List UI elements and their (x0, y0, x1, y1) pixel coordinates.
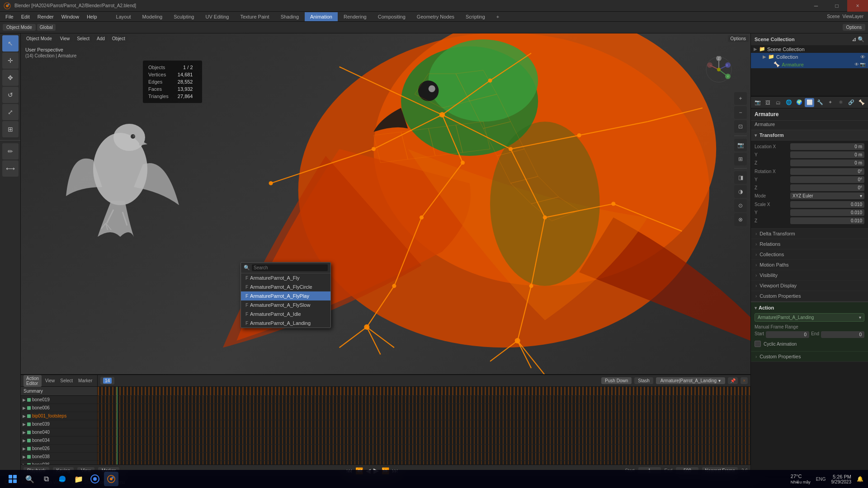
object-data-props-btn[interactable]: 🦴 (857, 98, 866, 107)
viewport-3d[interactable]: Object Mode View Select Add Object Optio… (21, 33, 750, 374)
action-start-frame[interactable]: 0 (766, 331, 809, 338)
relations-section[interactable]: › Relations (751, 239, 868, 249)
action-name-selector[interactable]: Armature|Parrot_A_Landing ▾ (656, 377, 725, 384)
tab-add[interactable]: + (491, 12, 505, 21)
tab-modeling[interactable]: Modeling (137, 12, 168, 21)
editor-type-btn[interactable]: Action Editor (24, 375, 42, 387)
mode-selector[interactable]: Object Mode (3, 24, 36, 31)
transform-tool[interactable]: ⊞ (2, 121, 19, 137)
outliner-filter-btn[interactable]: ⊿ (852, 36, 856, 42)
world-props-btn[interactable]: 🌍 (794, 98, 804, 107)
track-expand[interactable]: ▶ (23, 438, 26, 443)
taskbar-edge[interactable] (55, 472, 70, 486)
viewport-mode-selector[interactable]: Object Mode (23, 35, 56, 42)
options-button[interactable]: Options (843, 24, 865, 31)
quad-view-btn[interactable]: ⊞ (734, 153, 747, 165)
track-expand[interactable]: ▶ (23, 455, 26, 459)
select-menu-btn[interactable]: Select (58, 377, 75, 384)
zoom-out-btn[interactable]: − (734, 106, 747, 119)
transform-section-header[interactable]: ▾ Transform (751, 130, 868, 141)
track-expand[interactable]: ▶ (23, 398, 26, 402)
action-end-frame[interactable]: 0 (821, 331, 864, 338)
delta-transform-section[interactable]: › Delta Transform (751, 229, 868, 239)
menu-window[interactable]: Window (58, 13, 83, 21)
action-close-btn[interactable]: × (741, 377, 748, 384)
marker-menu-btn[interactable]: Marker (76, 377, 94, 384)
location-x[interactable]: 0 m (790, 143, 864, 150)
taskbar-chrome[interactable] (88, 472, 102, 486)
transform-space[interactable]: Global (37, 24, 56, 31)
scene-props-btn[interactable]: 🌐 (784, 98, 793, 107)
outliner-armature[interactable]: 🦴 Armature 👁 📷 (751, 61, 868, 68)
rotation-mode-selector[interactable]: XYZ Euler ▾ (790, 192, 864, 199)
location-y[interactable]: 0 m (790, 151, 864, 158)
track-expand[interactable]: ▶ (23, 430, 26, 435)
modifier-props-btn[interactable]: 🔧 (815, 98, 825, 107)
tab-geometry-nodes[interactable]: Geometry Nodes (411, 12, 460, 21)
viewport-options-btn[interactable]: Options (728, 35, 749, 42)
view-menu-btn[interactable]: View (43, 377, 57, 384)
minimize-button[interactable]: ─ (806, 0, 826, 12)
taskbar-files[interactable]: 📁 (71, 472, 86, 486)
scale-z[interactable]: 0.010 (790, 217, 864, 224)
action-custom-props-section[interactable]: › Custom Properties (751, 352, 868, 362)
tab-shading[interactable]: Shading (275, 12, 304, 21)
push-down-button[interactable]: Push Down (601, 377, 632, 384)
viewport-add-menu[interactable]: Add (94, 35, 108, 42)
cursor-tool[interactable]: ✛ (2, 52, 19, 69)
constraints-props-btn[interactable]: 🔗 (846, 98, 856, 107)
armature-eye-btn[interactable]: 👁 (854, 62, 859, 67)
tab-texture-paint[interactable]: Texture Paint (235, 12, 274, 21)
viewport-display-section[interactable]: › Viewport Display (751, 281, 868, 291)
notification-btn[interactable]: 🔔 (857, 476, 863, 482)
zoom-fit-btn[interactable]: ⊡ (734, 120, 747, 133)
tab-layout[interactable]: Layout (111, 12, 137, 21)
stash-button[interactable]: Stash (634, 377, 653, 384)
xray-btn[interactable]: ◨ (734, 171, 747, 184)
track-expand[interactable]: ▶ (23, 446, 26, 451)
render-props-btn[interactable]: 📷 (753, 98, 762, 107)
tab-compositing[interactable]: Compositing (373, 12, 411, 21)
scale-y[interactable]: 0.010 (790, 209, 864, 216)
taskbar-search[interactable]: 🔍 (23, 472, 37, 486)
measure-tool[interactable]: ⟷ (2, 160, 19, 177)
taskbar-taskview[interactable]: ⧉ (39, 472, 53, 486)
action-pin-btn[interactable]: 📌 (728, 377, 738, 384)
outliner-scene-collection[interactable]: ▶ 📁 Scene Collection (751, 45, 868, 53)
action-item-fly[interactable]: F ArmatureParrot_A_Fly (241, 273, 330, 282)
camera-view-btn[interactable]: 📷 (734, 139, 747, 151)
location-z[interactable]: 0 m (790, 160, 864, 166)
track-expand[interactable]: ▶ (23, 414, 26, 418)
motion-paths-section[interactable]: › Motion Paths (751, 260, 868, 270)
outliner-collection[interactable]: ▶ 📁 Collection 👁 (751, 53, 868, 61)
custom-properties-section[interactable]: › Custom Properties (751, 291, 868, 301)
action-item-idle[interactable]: F ArmatureParrot_A_Idle (241, 310, 330, 319)
physics-props-btn[interactable]: ⚛ (836, 98, 845, 107)
cyclic-checkbox[interactable] (755, 341, 761, 347)
taskbar-blender[interactable] (104, 472, 118, 486)
tab-sculpting[interactable]: Sculpting (168, 12, 199, 21)
action-name-browse-btn[interactable]: ▾ (859, 315, 861, 320)
close-button[interactable]: × (847, 0, 868, 12)
output-props-btn[interactable]: 🖼 (763, 98, 773, 107)
shading-btn[interactable]: ◑ (734, 185, 747, 198)
tab-scripting[interactable]: Scripting (460, 12, 491, 21)
armature-render-btn[interactable]: 📷 (860, 62, 865, 67)
tab-animation[interactable]: Animation (305, 12, 338, 21)
action-item-flyslow[interactable]: F ArmatureParrot_A_FlySlow (241, 300, 330, 310)
navigation-gizmo[interactable]: X Y Z (705, 56, 732, 83)
select-tool[interactable]: ↖ (2, 35, 19, 52)
collections-section[interactable]: › Collections (751, 249, 868, 260)
frame-number-field[interactable]: 14 (100, 377, 114, 385)
action-item-flycircle[interactable]: F ArmatureParrot_A_FlyCircle (241, 282, 330, 291)
action-item-flyplay[interactable]: F ArmatureParrot_A_FlyPlay (241, 291, 330, 300)
menu-help[interactable]: Help (83, 13, 101, 21)
zoom-in-btn[interactable]: + (734, 92, 747, 105)
tab-uv-editing[interactable]: UV Editing (200, 12, 234, 21)
action-name-field[interactable]: Armature|Parrot_A_Landing ▾ (755, 313, 864, 322)
track-expand[interactable]: ▶ (23, 422, 26, 427)
menu-edit[interactable]: Edit (18, 13, 33, 21)
menu-file[interactable]: File (2, 13, 17, 21)
start-button[interactable] (5, 471, 21, 487)
track-expand[interactable]: ▶ (23, 406, 26, 410)
